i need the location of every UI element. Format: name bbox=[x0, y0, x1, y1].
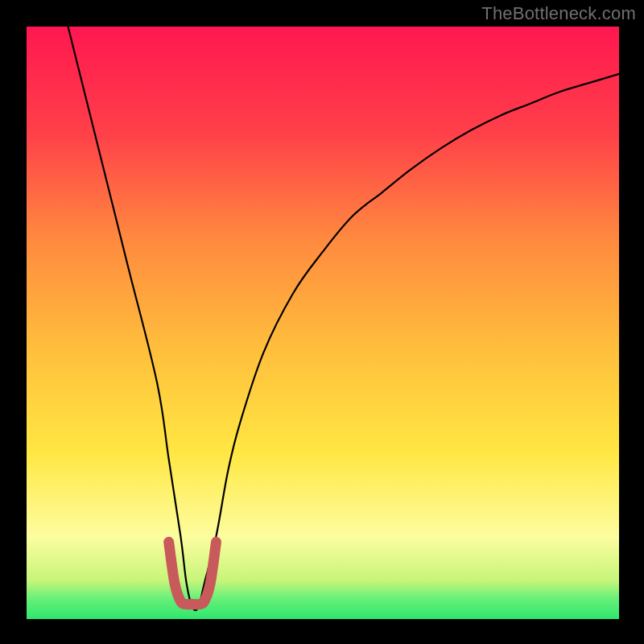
plot-background bbox=[27, 27, 619, 619]
bottleneck-chart bbox=[0, 0, 644, 644]
chart-frame: TheBottleneck.com bbox=[0, 0, 644, 644]
watermark-label: TheBottleneck.com bbox=[481, 3, 636, 24]
